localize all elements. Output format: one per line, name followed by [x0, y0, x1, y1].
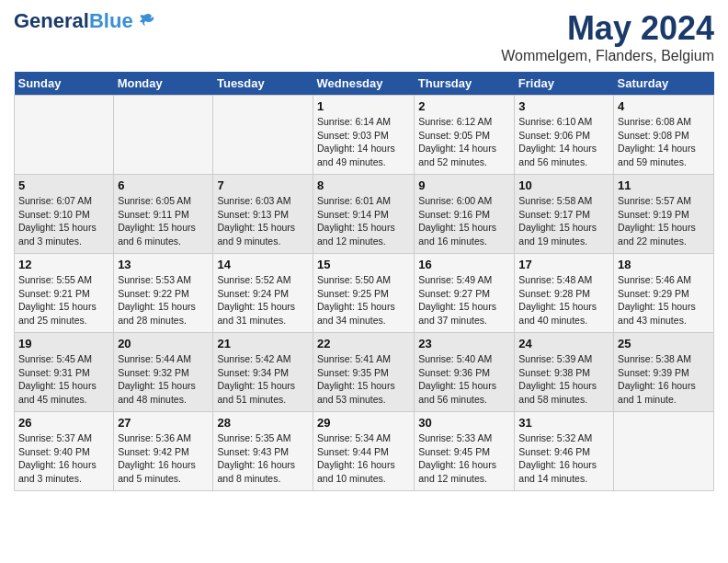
day-of-week-header: Tuesday [213, 72, 313, 96]
day-info: Sunrise: 6:14 AMSunset: 9:03 PMDaylight:… [317, 115, 410, 169]
month-title: May 2024 [501, 9, 714, 48]
calendar-day-cell: 29Sunrise: 5:34 AMSunset: 9:44 PMDayligh… [313, 412, 415, 491]
calendar-day-cell: 28Sunrise: 5:35 AMSunset: 9:43 PMDayligh… [213, 412, 313, 491]
day-info: Sunrise: 5:45 AMSunset: 9:31 PMDaylight:… [18, 352, 109, 407]
day-info: Sunrise: 5:53 AMSunset: 9:22 PMDaylight:… [118, 273, 209, 327]
title-block: May 2024 Wommelgem, Flanders, Belgium [501, 9, 714, 64]
day-info: Sunrise: 5:55 AMSunset: 9:21 PMDaylight:… [18, 273, 109, 327]
day-info: Sunrise: 5:41 AMSunset: 9:35 PMDaylight:… [317, 352, 410, 407]
day-info: Sunrise: 5:57 AMSunset: 9:19 PMDaylight:… [618, 194, 710, 248]
calendar-day-cell: 1Sunrise: 6:14 AMSunset: 9:03 PMDaylight… [313, 96, 415, 175]
day-number: 12 [18, 258, 109, 271]
day-info: Sunrise: 5:44 AMSunset: 9:32 PMDaylight:… [118, 352, 209, 407]
calendar-week-row: 19Sunrise: 5:45 AMSunset: 9:31 PMDayligh… [15, 333, 714, 412]
day-number: 27 [118, 416, 209, 430]
day-info: Sunrise: 6:12 AMSunset: 9:05 PMDaylight:… [418, 115, 510, 169]
day-of-week-header: Friday [515, 72, 614, 96]
day-number: 8 [317, 178, 410, 192]
calendar-day-cell: 30Sunrise: 5:33 AMSunset: 9:45 PMDayligh… [415, 412, 515, 491]
day-info: Sunrise: 5:33 AMSunset: 9:45 PMDaylight:… [418, 431, 510, 486]
day-of-week-header: Saturday [614, 72, 714, 96]
day-number: 21 [217, 337, 309, 350]
day-info: Sunrise: 5:42 AMSunset: 9:34 PMDaylight:… [217, 352, 309, 407]
calendar-day-cell: 17Sunrise: 5:48 AMSunset: 9:28 PMDayligh… [515, 254, 614, 333]
day-number: 28 [217, 416, 309, 430]
day-info: Sunrise: 5:49 AMSunset: 9:27 PMDaylight:… [418, 273, 510, 327]
day-number: 2 [418, 99, 510, 113]
calendar-day-cell: 20Sunrise: 5:44 AMSunset: 9:32 PMDayligh… [114, 333, 213, 412]
day-info: Sunrise: 6:05 AMSunset: 9:11 PMDaylight:… [118, 194, 209, 248]
day-number: 31 [518, 416, 609, 430]
calendar-day-cell: 5Sunrise: 6:07 AMSunset: 9:10 PMDaylight… [15, 175, 114, 254]
calendar-day-cell [15, 96, 114, 175]
calendar-day-cell: 4Sunrise: 6:08 AMSunset: 9:08 PMDaylight… [614, 96, 714, 175]
calendar-day-cell [213, 96, 313, 175]
day-info: Sunrise: 5:37 AMSunset: 9:40 PMDaylight:… [18, 431, 109, 486]
calendar-day-cell: 2Sunrise: 6:12 AMSunset: 9:05 PMDaylight… [415, 96, 515, 175]
calendar-day-cell: 26Sunrise: 5:37 AMSunset: 9:40 PMDayligh… [15, 412, 114, 491]
day-number: 16 [418, 258, 510, 271]
day-of-week-header: Thursday [415, 72, 515, 96]
calendar-day-cell: 23Sunrise: 5:40 AMSunset: 9:36 PMDayligh… [415, 333, 515, 412]
calendar-day-cell: 16Sunrise: 5:49 AMSunset: 9:27 PMDayligh… [415, 254, 515, 333]
day-info: Sunrise: 5:58 AMSunset: 9:17 PMDaylight:… [518, 194, 609, 248]
calendar-day-cell: 11Sunrise: 5:57 AMSunset: 9:19 PMDayligh… [614, 175, 714, 254]
calendar-day-cell: 14Sunrise: 5:52 AMSunset: 9:24 PMDayligh… [213, 254, 313, 333]
day-number: 29 [317, 416, 410, 430]
day-info: Sunrise: 5:32 AMSunset: 9:46 PMDaylight:… [518, 431, 609, 486]
day-number: 17 [518, 258, 609, 271]
day-info: Sunrise: 5:35 AMSunset: 9:43 PMDaylight:… [217, 431, 309, 486]
calendar-day-cell: 21Sunrise: 5:42 AMSunset: 9:34 PMDayligh… [213, 333, 313, 412]
day-info: Sunrise: 5:36 AMSunset: 9:42 PMDaylight:… [118, 431, 209, 486]
day-number: 9 [418, 178, 510, 192]
calendar-day-cell: 12Sunrise: 5:55 AMSunset: 9:21 PMDayligh… [15, 254, 114, 333]
day-number: 25 [618, 337, 710, 350]
logo-blue: Blue [89, 9, 133, 32]
calendar-day-cell: 15Sunrise: 5:50 AMSunset: 9:25 PMDayligh… [313, 254, 415, 333]
day-number: 15 [317, 258, 410, 271]
calendar-day-cell: 24Sunrise: 5:39 AMSunset: 9:38 PMDayligh… [515, 333, 614, 412]
day-of-week-header: Wednesday [313, 72, 415, 96]
calendar-day-cell: 31Sunrise: 5:32 AMSunset: 9:46 PMDayligh… [515, 412, 614, 491]
day-info: Sunrise: 5:46 AMSunset: 9:29 PMDaylight:… [618, 273, 710, 327]
calendar-day-cell [114, 96, 213, 175]
day-number: 10 [518, 178, 609, 192]
day-number: 23 [418, 337, 510, 350]
day-number: 6 [118, 178, 209, 192]
day-info: Sunrise: 6:01 AMSunset: 9:14 PMDaylight:… [317, 194, 410, 248]
page-header: GeneralBlue May 2024 Wommelgem, Flanders… [14, 9, 714, 64]
calendar-week-row: 26Sunrise: 5:37 AMSunset: 9:40 PMDayligh… [15, 412, 714, 491]
day-number: 3 [518, 99, 609, 113]
calendar-day-cell: 8Sunrise: 6:01 AMSunset: 9:14 PMDaylight… [313, 175, 415, 254]
day-info: Sunrise: 5:38 AMSunset: 9:39 PMDaylight:… [618, 352, 710, 407]
calendar-day-cell: 6Sunrise: 6:05 AMSunset: 9:11 PMDaylight… [114, 175, 213, 254]
calendar-day-cell: 27Sunrise: 5:36 AMSunset: 9:42 PMDayligh… [114, 412, 213, 491]
day-info: Sunrise: 5:40 AMSunset: 9:36 PMDaylight:… [418, 352, 510, 407]
day-number: 4 [618, 99, 710, 113]
day-number: 30 [418, 416, 510, 430]
day-number: 26 [18, 416, 109, 430]
day-number: 13 [118, 258, 209, 271]
calendar-day-cell: 22Sunrise: 5:41 AMSunset: 9:35 PMDayligh… [313, 333, 415, 412]
day-info: Sunrise: 5:39 AMSunset: 9:38 PMDaylight:… [518, 352, 609, 407]
calendar-day-cell: 13Sunrise: 5:53 AMSunset: 9:22 PMDayligh… [114, 254, 213, 333]
day-info: Sunrise: 5:50 AMSunset: 9:25 PMDaylight:… [317, 273, 410, 327]
day-number: 20 [118, 337, 209, 350]
day-of-week-header: Monday [114, 72, 213, 96]
calendar-day-cell: 10Sunrise: 5:58 AMSunset: 9:17 PMDayligh… [515, 175, 614, 254]
day-info: Sunrise: 6:08 AMSunset: 9:08 PMDaylight:… [618, 115, 710, 169]
calendar-week-row: 1Sunrise: 6:14 AMSunset: 9:03 PMDaylight… [15, 96, 714, 175]
day-info: Sunrise: 6:07 AMSunset: 9:10 PMDaylight:… [18, 194, 109, 248]
day-number: 24 [518, 337, 609, 350]
day-number: 5 [18, 178, 109, 192]
calendar-week-row: 5Sunrise: 6:07 AMSunset: 9:10 PMDaylight… [15, 175, 714, 254]
calendar-day-cell: 19Sunrise: 5:45 AMSunset: 9:31 PMDayligh… [15, 333, 114, 412]
calendar-day-cell: 3Sunrise: 6:10 AMSunset: 9:06 PMDaylight… [515, 96, 614, 175]
calendar-day-cell: 7Sunrise: 6:03 AMSunset: 9:13 PMDaylight… [213, 175, 313, 254]
calendar-day-cell: 9Sunrise: 6:00 AMSunset: 9:16 PMDaylight… [415, 175, 515, 254]
day-info: Sunrise: 5:52 AMSunset: 9:24 PMDaylight:… [217, 273, 309, 327]
day-number: 18 [618, 258, 710, 271]
calendar-day-cell: 25Sunrise: 5:38 AMSunset: 9:39 PMDayligh… [614, 333, 714, 412]
day-info: Sunrise: 5:34 AMSunset: 9:44 PMDaylight:… [317, 431, 410, 486]
calendar-day-cell [614, 412, 714, 491]
